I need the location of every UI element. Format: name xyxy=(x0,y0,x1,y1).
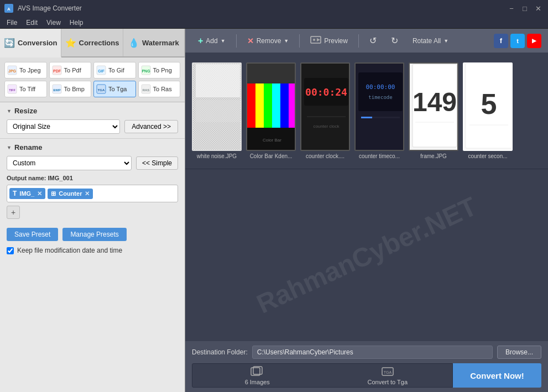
window-controls: − □ ✕ xyxy=(506,3,544,14)
svg-rect-34 xyxy=(289,83,295,128)
image-thumb-6[interactable]: 5 counter secon... xyxy=(463,62,513,159)
resize-select[interactable]: Original Size xyxy=(7,119,120,134)
format-pdf-button[interactable]: PDF To Pdf xyxy=(49,62,92,79)
tab-bar: 🔄 Conversion ⭐ Corrections 💧 Watermark xyxy=(0,29,185,58)
toolbar-sep-2 xyxy=(299,34,300,48)
svg-text:PDF: PDF xyxy=(53,69,61,73)
preview-button[interactable]: Preview xyxy=(304,33,354,49)
tab-watermark[interactable]: 💧 Watermark xyxy=(123,29,185,56)
format-tiff-button[interactable]: TIFF To Tiff xyxy=(4,81,47,97)
svg-text:timecode: timecode xyxy=(368,95,392,100)
rename-row: Custom << Simple xyxy=(7,156,178,170)
convert-now-button[interactable]: Convert Now! xyxy=(453,363,541,388)
image-thumb-2[interactable]: Color Bar Color Bar Kden... xyxy=(246,62,296,159)
rotate-all-button[interactable]: Rotate All ▼ xyxy=(406,34,455,48)
add-plus-icon: + xyxy=(198,36,203,46)
add-token-button[interactable]: + xyxy=(7,206,20,219)
thumb-img-4: 00:00:00 timecode xyxy=(354,62,404,151)
svg-text:TIFF: TIFF xyxy=(9,88,15,92)
tab-conversion-label: Conversion xyxy=(18,39,58,47)
rename-select[interactable]: Custom xyxy=(7,156,132,170)
rotate-left-icon: ↺ xyxy=(369,35,377,46)
watermark-icon: 💧 xyxy=(128,38,139,48)
youtube-button[interactable]: ▶ xyxy=(527,34,541,48)
keep-date-checkbox[interactable] xyxy=(7,247,14,254)
tiff-icon: TIFF xyxy=(7,84,17,94)
close-button[interactable]: ✕ xyxy=(533,3,544,14)
thumb-img-3: 00:0:24 counter clock xyxy=(300,62,350,151)
minimize-button[interactable]: − xyxy=(506,3,517,14)
svg-text:counter clock: counter clock xyxy=(313,124,340,129)
browse-button[interactable]: Browse... xyxy=(497,346,541,359)
svg-text:5: 5 xyxy=(481,88,497,120)
social-buttons: f t ▶ xyxy=(494,34,541,48)
menu-help[interactable]: Help xyxy=(65,18,88,28)
remove-label: Remove xyxy=(257,37,281,45)
pdf-icon: PDF xyxy=(52,65,62,75)
menu-view[interactable]: View xyxy=(42,18,65,28)
manage-presets-button[interactable]: Manage Presets xyxy=(62,228,126,241)
add-button[interactable]: + Add ▼ xyxy=(192,33,232,49)
output-name-prefix: Output name: xyxy=(7,175,48,181)
thumb-label-5: frame.JPG xyxy=(420,153,447,159)
format-gif-button[interactable]: GIF To Gif xyxy=(93,62,136,79)
advanced-button[interactable]: Advanced >> xyxy=(124,120,178,133)
token-counter: ⊞ Counter ✕ xyxy=(48,189,93,199)
images-count-label: 6 Images xyxy=(245,379,270,385)
checkbox-row: Keep file modification date and time xyxy=(0,241,185,260)
tga-icon: TGA xyxy=(96,84,106,94)
toolbar-sep-3 xyxy=(358,34,359,48)
svg-text:A: A xyxy=(7,7,11,12)
app-icon: A xyxy=(4,4,13,13)
images-count-button[interactable]: 6 Images xyxy=(192,366,322,385)
maximize-button[interactable]: □ xyxy=(519,3,530,14)
rotate-right-button[interactable]: ↻ xyxy=(385,32,404,49)
format-ras-button[interactable]: RAS To Ras xyxy=(138,81,181,97)
facebook-button[interactable]: f xyxy=(494,34,508,48)
svg-text:GIF: GIF xyxy=(98,69,105,73)
tab-corrections[interactable]: ⭐ Corrections xyxy=(61,29,123,56)
keep-date-label: Keep file modification date and time xyxy=(17,247,122,254)
svg-rect-47 xyxy=(361,117,372,118)
remove-x-icon: ✕ xyxy=(247,36,254,45)
token-text-remove[interactable]: ✕ xyxy=(37,190,42,197)
image-thumb-5[interactable]: 149 frame.JPG xyxy=(409,62,458,159)
format-png-button[interactable]: PNG To Png xyxy=(138,62,181,79)
rename-triangle: ▼ xyxy=(7,145,12,150)
right-panel: + Add ▼ ✕ Remove ▼ Preview ↺ ↻ xyxy=(185,29,548,392)
svg-rect-29 xyxy=(247,83,255,128)
app-title: AVS Image Converter xyxy=(18,4,506,12)
rename-section: ▼ Rename Custom << Simple Output name: I… xyxy=(0,138,185,223)
menu-edit[interactable]: Edit xyxy=(22,18,42,28)
image-thumb-3[interactable]: 00:0:24 counter clock counter clock.... xyxy=(300,62,350,159)
svg-text:BMP: BMP xyxy=(53,88,60,92)
titlebar: A AVS Image Converter − □ ✕ xyxy=(0,0,548,17)
format-bmp-button[interactable]: BMP To Bmp xyxy=(49,81,92,97)
tab-conversion[interactable]: 🔄 Conversion xyxy=(0,29,61,58)
format-jpeg-button[interactable]: JPG To Jpeg xyxy=(4,62,47,79)
resize-section: ▼ Resize Original Size Advanced >> xyxy=(0,102,185,138)
convert-to-info[interactable]: TGA Convert to Tga xyxy=(323,366,453,385)
thumb-label-1: white noise.JPG xyxy=(197,153,237,159)
token-counter-remove[interactable]: ✕ xyxy=(85,190,90,197)
svg-text:00:0:24: 00:0:24 xyxy=(305,86,347,98)
remove-button[interactable]: ✕ Remove ▼ xyxy=(241,33,295,49)
svg-rect-33 xyxy=(280,83,289,128)
output-name-label: Output name: IMG_001 xyxy=(7,175,178,181)
image-thumb-4[interactable]: 00:00:00 timecode counter timeco... xyxy=(354,62,404,159)
svg-rect-37 xyxy=(301,62,349,150)
format-tga-button[interactable]: TGA To Tga xyxy=(93,81,136,97)
destination-input[interactable] xyxy=(252,346,493,359)
menu-file[interactable]: File xyxy=(2,18,22,28)
ras-icon: RAS xyxy=(141,84,151,94)
image-thumb-1[interactable]: white noise.JPG xyxy=(192,62,242,159)
rotate-left-button[interactable]: ↺ xyxy=(363,32,383,49)
simple-button[interactable]: << Simple xyxy=(136,156,178,170)
thumb-img-5: 149 xyxy=(409,62,458,151)
save-preset-button[interactable]: Save Preset xyxy=(7,228,58,241)
svg-text:149: 149 xyxy=(413,87,457,117)
twitter-button[interactable]: t xyxy=(510,34,525,48)
preview-icon xyxy=(310,36,321,45)
thumb-label-4: counter timeco... xyxy=(359,153,400,159)
counter-icon: ⊞ xyxy=(51,190,56,197)
